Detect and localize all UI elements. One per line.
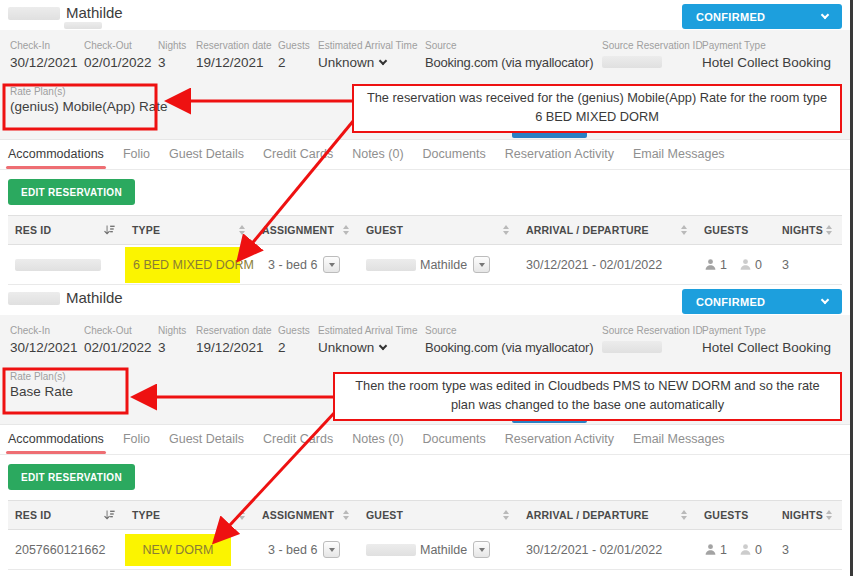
- tab-folio[interactable]: Folio: [123, 432, 150, 452]
- info-source: SourceBooking.com (via myallocator): [425, 40, 593, 70]
- guest-dropdown[interactable]: [473, 541, 490, 558]
- reservation-panel-before: Mathilde CONFIRMED Check-In30/12/2021 Ch…: [0, 0, 850, 285]
- sort-icon: [681, 225, 687, 235]
- caret-down-icon: [329, 548, 335, 552]
- sort-icon: [343, 510, 349, 520]
- guest-dropdown[interactable]: [473, 256, 490, 273]
- info-check-in: Check-In30/12/2021: [10, 325, 78, 355]
- col-nights[interactable]: NIGHTS: [775, 509, 842, 521]
- status-dropdown[interactable]: CONFIRMED: [682, 289, 842, 314]
- info-check-out: Check-Out02/01/2022: [84, 325, 152, 355]
- col-nights[interactable]: NIGHTS: [775, 224, 842, 236]
- tab-bar: Accommodations Folio Guest Details Credi…: [8, 147, 725, 167]
- info-nights: Nights3: [158, 325, 186, 355]
- tab-notes[interactable]: Notes (0): [352, 147, 403, 167]
- tab-notes[interactable]: Notes (0): [352, 432, 403, 452]
- col-assignment[interactable]: ASSIGNMENT: [255, 224, 359, 236]
- assignment-dropdown[interactable]: [323, 256, 340, 273]
- sort-icon: [681, 510, 687, 520]
- sort-icon: [826, 510, 832, 520]
- tab-accommodations[interactable]: Accommodations: [8, 432, 104, 452]
- arrival-time-dropdown[interactable]: Unknown: [318, 340, 417, 355]
- tab-documents[interactable]: Documents: [423, 432, 486, 452]
- status-label: CONFIRMED: [696, 11, 822, 23]
- edit-reservation-button[interactable]: EDIT RESERVATION: [8, 464, 135, 490]
- tab-guest-details[interactable]: Guest Details: [169, 147, 244, 167]
- info-source-reservation-id: Source Reservation ID: [602, 40, 703, 72]
- reservation-panel-after: Mathilde CONFIRMED Check-In30/12/2021 Ch…: [0, 285, 850, 576]
- tab-email-messages[interactable]: Email Messages: [633, 432, 725, 452]
- sort-icon: [239, 510, 245, 520]
- guest-name: Mathilde: [66, 4, 123, 21]
- status-dropdown[interactable]: CONFIRMED: [682, 4, 842, 29]
- redacted-source-id: [602, 56, 662, 68]
- tab-guest-details[interactable]: Guest Details: [169, 432, 244, 452]
- tab-separator: [0, 454, 850, 455]
- col-arrival-departure[interactable]: ARRIVAL / DEPARTURE: [519, 509, 697, 521]
- tab-reservation-activity[interactable]: Reservation Activity: [505, 432, 614, 452]
- annotation-callout: Then the room type was edited in Cloudbe…: [333, 372, 842, 421]
- rate-plan-value: Base Rate: [10, 384, 73, 399]
- status-label: CONFIRMED: [696, 296, 822, 308]
- sort-icon: [239, 225, 245, 235]
- tab-credit-cards[interactable]: Credit Cards: [263, 147, 333, 167]
- caret-down-icon: [479, 548, 485, 552]
- col-guests: GUESTS: [697, 509, 775, 521]
- col-assignment[interactable]: ASSIGNMENT: [255, 509, 359, 521]
- info-arrival-time: Estimated Arrival Time Unknown: [318, 40, 417, 70]
- redacted-subtext: [64, 22, 102, 29]
- col-res-id[interactable]: RES ID: [8, 509, 125, 521]
- type-cell: 6 BED MIXED DORM: [125, 247, 255, 283]
- tab-folio[interactable]: Folio: [123, 147, 150, 167]
- info-reservation-date: Reservation date19/12/2021: [196, 325, 272, 355]
- rate-plan-label: Rate Plan(s): [10, 371, 66, 382]
- tab-separator: [0, 169, 850, 170]
- col-arrival-departure[interactable]: ARRIVAL / DEPARTURE: [519, 224, 697, 236]
- col-res-id[interactable]: RES ID: [8, 224, 125, 236]
- sort-icon: [503, 510, 509, 520]
- col-type[interactable]: TYPE: [125, 224, 255, 236]
- nights-cell: 3: [775, 258, 842, 272]
- info-check-in: Check-In30/12/2021: [10, 40, 78, 70]
- info-check-out: Check-Out02/01/2022: [84, 40, 152, 70]
- adult-icon: [704, 258, 717, 271]
- assignment-cell: 3 - bed 6: [255, 256, 359, 273]
- tab-email-messages[interactable]: Email Messages: [633, 147, 725, 167]
- reservation-screenshot: Mathilde CONFIRMED Check-In30/12/2021 Ch…: [0, 0, 853, 576]
- res-id-cell: 2057660121662: [8, 543, 125, 557]
- child-icon: [739, 258, 752, 271]
- info-payment-type: Payment TypeHotel Collect Booking: [702, 40, 831, 70]
- info-arrival-time: Estimated Arrival Time Unknown: [318, 325, 417, 355]
- room-type-highlight[interactable]: NEW DORM: [125, 534, 231, 566]
- info-guests: Guests2: [278, 325, 310, 355]
- tab-credit-cards[interactable]: Credit Cards: [263, 432, 333, 452]
- chevron-down-icon: [821, 11, 829, 19]
- reservation-header: Mathilde CONFIRMED: [0, 285, 850, 315]
- edit-reservation-button[interactable]: EDIT RESERVATION: [8, 179, 135, 205]
- annotation-callout: The reservation was received for the (ge…: [352, 84, 842, 133]
- rate-plan-label: Rate Plan(s): [10, 86, 66, 97]
- col-guest[interactable]: GUEST: [359, 224, 519, 236]
- chevron-down-icon: [379, 56, 387, 64]
- room-type-highlight[interactable]: 6 BED MIXED DORM: [125, 247, 240, 283]
- sort-icon: [503, 225, 509, 235]
- caret-down-icon: [479, 263, 485, 267]
- rate-plan-value: (genius) Mobile(App) Rate: [10, 99, 168, 114]
- res-id-cell: [8, 259, 125, 271]
- child-icon: [739, 543, 752, 556]
- assignment-dropdown[interactable]: [323, 541, 340, 558]
- tab-reservation-activity[interactable]: Reservation Activity: [505, 147, 614, 167]
- info-source-reservation-id: Source Reservation ID: [602, 325, 703, 357]
- col-guest[interactable]: GUEST: [359, 509, 519, 521]
- guest-cell: Mathilde: [359, 541, 519, 558]
- redacted-res-id: [15, 259, 101, 271]
- info-payment-type: Payment TypeHotel Collect Booking: [702, 325, 831, 355]
- tab-accommodations[interactable]: Accommodations: [8, 147, 104, 167]
- tab-documents[interactable]: Documents: [423, 147, 486, 167]
- arrival-time-dropdown[interactable]: Unknown: [318, 55, 417, 70]
- arrival-departure-cell: 30/12/2021 - 02/01/2022: [519, 258, 697, 272]
- guests-cell: 1 0: [697, 543, 775, 557]
- col-type[interactable]: TYPE: [125, 509, 255, 521]
- info-source: SourceBooking.com (via myallocator): [425, 325, 593, 355]
- accommodations-table: RES ID TYPE ASSIGNMENT GUEST ARRIVAL / D…: [8, 215, 842, 285]
